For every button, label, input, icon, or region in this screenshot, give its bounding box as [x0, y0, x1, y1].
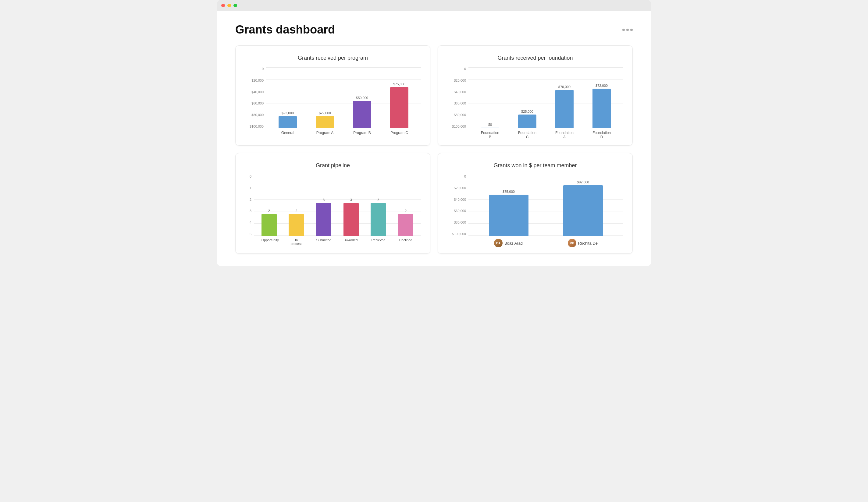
main-content: Grants dashboard Grants received per pro…	[217, 11, 651, 266]
avatar-ruchita: RD	[568, 239, 576, 247]
page-title: Grants dashboard	[235, 23, 335, 36]
grants-per-member-title: Grants won in $ per team member	[447, 163, 623, 169]
bar-program-a: $22,000	[316, 111, 334, 128]
y-axis-pipeline: 5 4 3 2 1 0	[245, 175, 254, 236]
bar-foundation-b: $0	[481, 123, 499, 128]
grants-per-member-card: Grants won in $ per team member $100,000…	[438, 153, 633, 254]
member-ruchita-label: RD Ruchita De	[568, 239, 598, 247]
bar-awarded: 3	[343, 198, 359, 236]
grant-pipeline-chart: 5 4 3 2 1 0	[245, 175, 421, 245]
bar-foundation-a: $70,000	[555, 85, 574, 128]
app-window: Grants dashboard Grants received per pro…	[217, 0, 651, 266]
close-button[interactable]	[221, 4, 225, 7]
bar-program-b: $50,000	[353, 96, 371, 128]
bar-boaz-arad: $75,000	[489, 190, 528, 236]
grants-per-program-chart: $100,000 $80,000 $60,000 $40,000 $20,000…	[245, 67, 421, 135]
bar-opportunity: 2	[261, 209, 277, 236]
dashboard-grid: Grants received per program $100,000 $80…	[235, 45, 633, 254]
bar-foundation-d: $72,000	[592, 84, 611, 128]
avatar-boaz: BA	[494, 239, 503, 247]
grants-per-program-title: Grants received per program	[245, 55, 421, 61]
member-boaz-label: BA Boaz Arad	[494, 239, 523, 247]
bar-foundation-c: $25,000	[518, 109, 536, 128]
minimize-button[interactable]	[227, 4, 231, 7]
grant-pipeline-card: Grant pipeline 5 4 3 2 1 0	[235, 153, 430, 254]
y-axis-program: $100,000 $80,000 $60,000 $40,000 $20,000…	[245, 67, 266, 128]
grants-per-program-card: Grants received per program $100,000 $80…	[235, 45, 430, 146]
bar-ruchita-de: $92,000	[563, 180, 603, 236]
page-header: Grants dashboard	[235, 23, 633, 36]
grants-per-foundation-card: Grants received per foundation $100,000 …	[438, 45, 633, 146]
grant-pipeline-title: Grant pipeline	[245, 163, 421, 169]
grants-per-foundation-chart: $100,000 $80,000 $60,000 $40,000 $20,000…	[447, 67, 623, 139]
bar-general: $22,000	[279, 111, 297, 128]
y-axis-member: $100,000 $80,000 $60,000 $40,000 $20,000…	[447, 175, 468, 236]
bar-submitted: 3	[316, 198, 331, 236]
titlebar	[217, 0, 651, 11]
more-menu-button[interactable]	[622, 29, 633, 31]
bar-recieved: 3	[371, 198, 386, 236]
maximize-button[interactable]	[234, 4, 237, 7]
grants-per-foundation-title: Grants received per foundation	[447, 55, 623, 61]
y-axis-foundation: $100,000 $80,000 $60,000 $40,000 $20,000…	[447, 67, 468, 128]
grants-per-member-chart: $100,000 $80,000 $60,000 $40,000 $20,000…	[447, 175, 623, 247]
bar-program-c: $75,000	[390, 82, 409, 128]
bar-declined: 2	[398, 209, 413, 236]
bar-in-process: 2	[289, 209, 304, 236]
